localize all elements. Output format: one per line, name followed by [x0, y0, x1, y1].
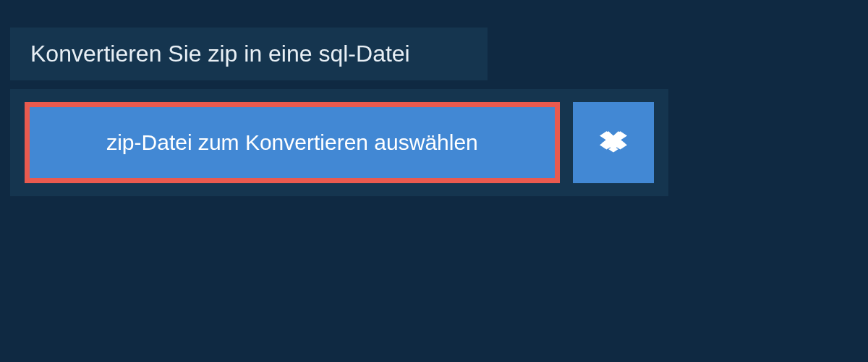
select-file-label: zip-Datei zum Konvertieren auswählen	[106, 130, 478, 155]
page-title-text: Konvertieren Sie zip in eine sql-Datei	[30, 41, 410, 67]
upload-panel: zip-Datei zum Konvertieren auswählen	[10, 89, 668, 196]
main-container: Konvertieren Sie zip in eine sql-Datei z…	[0, 0, 868, 196]
select-file-button[interactable]: zip-Datei zum Konvertieren auswählen	[25, 102, 560, 183]
dropbox-button[interactable]	[573, 102, 654, 183]
page-title: Konvertieren Sie zip in eine sql-Datei	[10, 28, 488, 80]
dropbox-icon	[600, 129, 627, 156]
